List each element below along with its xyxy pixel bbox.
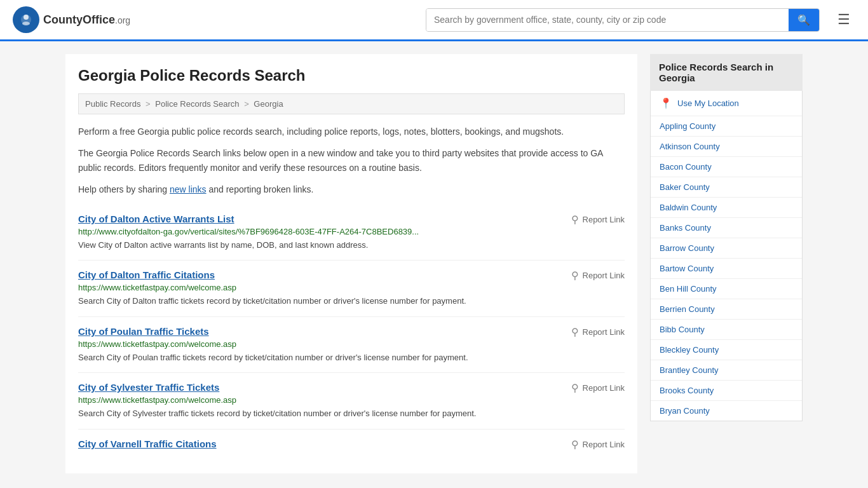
breadcrumb-georgia[interactable]: Georgia <box>254 99 283 109</box>
result-title-4[interactable]: City of Varnell Traffic Citations <box>78 438 217 449</box>
intro-text-1: Perform a free Georgia public police rec… <box>78 125 625 139</box>
report-label-3: Report Link <box>583 383 625 393</box>
sidebar: Police Records Search in Georgia 📍 Use M… <box>650 54 803 473</box>
county-list-item: Berrien County <box>651 299 802 320</box>
report-link-4[interactable]: ⚲ Report Link <box>571 438 625 451</box>
county-list-item: Brantley County <box>651 360 802 381</box>
county-list-item: Bartow County <box>651 259 802 279</box>
county-link-5[interactable]: Banks County <box>651 218 802 238</box>
search-button[interactable]: 🔍 <box>789 9 819 31</box>
result-desc-2: Search City of Poulan traffic tickets re… <box>78 351 625 364</box>
county-link-8[interactable]: Ben Hill County <box>651 279 802 299</box>
report-link-1[interactable]: ⚲ Report Link <box>571 269 625 281</box>
content-area: Georgia Police Records Search Public Rec… <box>65 54 637 473</box>
breadcrumb-separator-1: > <box>146 99 153 109</box>
main-container: Georgia Police Records Search Public Rec… <box>53 41 815 486</box>
sidebar-header: Police Records Search in Georgia <box>650 54 803 91</box>
use-my-location[interactable]: 📍 Use My Location <box>651 91 802 116</box>
result-url-2: https://www.ticketfastpay.com/welcome.as… <box>78 339 625 349</box>
svg-point-3 <box>22 22 30 25</box>
svg-point-2 <box>24 15 29 20</box>
result-title-2[interactable]: City of Poulan Traffic Tickets <box>78 326 209 337</box>
report-icon-0: ⚲ <box>571 214 579 226</box>
intro-3-pre: Help others by sharing <box>78 184 170 194</box>
county-list-item: Bryan County <box>651 401 802 421</box>
result-title-0[interactable]: City of Dalton Active Warrants List <box>78 214 234 224</box>
county-link-4[interactable]: Baldwin County <box>651 198 802 217</box>
county-link-7[interactable]: Bartow County <box>651 259 802 278</box>
county-link-14[interactable]: Bryan County <box>651 401 802 421</box>
report-icon-3: ⚲ <box>571 382 579 394</box>
report-link-2[interactable]: ⚲ Report Link <box>571 326 625 338</box>
search-input[interactable] <box>426 9 789 31</box>
county-list-item: Appling County <box>651 116 802 137</box>
result-item: City of Dalton Active Warrants List ⚲ Re… <box>78 205 625 261</box>
location-label: Use My Location <box>677 98 739 108</box>
county-link-6[interactable]: Barrow County <box>651 238 802 258</box>
county-list-item: Banks County <box>651 218 802 238</box>
breadcrumb-public-records[interactable]: Public Records <box>85 99 140 109</box>
result-header: City of Varnell Traffic Citations ⚲ Repo… <box>78 438 625 452</box>
county-link-13[interactable]: Brooks County <box>651 381 802 400</box>
county-link-10[interactable]: Bibb County <box>651 320 802 339</box>
county-link-1[interactable]: Atkinson County <box>651 137 802 156</box>
result-title-3[interactable]: City of Sylvester Traffic Tickets <box>78 382 219 393</box>
intro-3-post: and reporting broken links. <box>207 184 314 194</box>
result-desc-3: Search City of Sylvester traffic tickets… <box>78 407 625 420</box>
location-icon: 📍 <box>660 97 672 109</box>
result-header: City of Sylvester Traffic Tickets ⚲ Repo… <box>78 382 625 395</box>
result-item: City of Poulan Traffic Tickets ⚲ Report … <box>78 317 625 374</box>
site-header: CountyOffice.org 🔍 ☰ <box>0 0 868 41</box>
county-link-11[interactable]: Bleckley County <box>651 340 802 360</box>
result-item: City of Dalton Traffic Citations ⚲ Repor… <box>78 261 625 317</box>
county-list-item: Ben Hill County <box>651 279 802 299</box>
county-list-item: Barrow County <box>651 238 802 259</box>
county-link-9[interactable]: Berrien County <box>651 299 802 319</box>
intro-text-2: The Georgia Police Records Search links … <box>78 146 625 175</box>
county-list-item: Baker County <box>651 177 802 198</box>
result-header: City of Dalton Traffic Citations ⚲ Repor… <box>78 269 625 283</box>
result-url-0: http://www.cityofdalton-ga.gov/vertical/… <box>78 227 625 236</box>
result-item: City of Sylvester Traffic Tickets ⚲ Repo… <box>78 373 625 430</box>
report-icon-2: ⚲ <box>571 326 579 338</box>
report-label-4: Report Link <box>583 440 625 449</box>
result-header: City of Dalton Active Warrants List ⚲ Re… <box>78 214 625 227</box>
report-link-3[interactable]: ⚲ Report Link <box>571 382 625 394</box>
page-title: Georgia Police Records Search <box>78 67 625 85</box>
county-list-item: Bleckley County <box>651 340 802 360</box>
result-item: City of Varnell Traffic Citations ⚲ Repo… <box>78 430 625 461</box>
intro-text-3: Help others by sharing new links and rep… <box>78 182 625 196</box>
search-bar: 🔍 <box>426 8 820 32</box>
breadcrumb: Public Records > Police Records Search >… <box>78 93 625 114</box>
result-header: City of Poulan Traffic Tickets ⚲ Report … <box>78 326 625 339</box>
sidebar-content: 📍 Use My Location Appling CountyAtkinson… <box>650 91 803 421</box>
result-desc-1: Search City of Dalton traffic tickets re… <box>78 295 625 308</box>
result-url-3: https://www.ticketfastpay.com/welcome.as… <box>78 395 625 405</box>
new-links-link[interactable]: new links <box>170 184 207 194</box>
result-title-1[interactable]: City of Dalton Traffic Citations <box>78 269 215 280</box>
report-label-2: Report Link <box>583 327 625 337</box>
logo-text: CountyOffice <box>43 13 115 26</box>
result-url-1: https://www.ticketfastpay.com/welcome.as… <box>78 283 625 292</box>
county-list: Appling CountyAtkinson CountyBacon Count… <box>651 116 802 421</box>
county-link-0[interactable]: Appling County <box>651 116 802 136</box>
results-list: City of Dalton Active Warrants List ⚲ Re… <box>78 205 625 461</box>
report-link-0[interactable]: ⚲ Report Link <box>571 214 625 226</box>
breadcrumb-separator-2: > <box>244 99 251 109</box>
county-list-item: Atkinson County <box>651 137 802 157</box>
breadcrumb-police-records[interactable]: Police Records Search <box>155 99 239 109</box>
menu-button[interactable]: ☰ <box>832 9 855 30</box>
report-label-1: Report Link <box>583 271 625 280</box>
report-label-0: Report Link <box>583 215 625 224</box>
logo-icon <box>13 6 39 33</box>
county-link-12[interactable]: Brantley County <box>651 360 802 380</box>
county-link-3[interactable]: Baker County <box>651 177 802 197</box>
county-list-item: Brooks County <box>651 381 802 401</box>
county-list-item: Baldwin County <box>651 198 802 218</box>
search-icon: 🔍 <box>797 15 810 25</box>
site-logo[interactable]: CountyOffice.org <box>13 6 130 33</box>
report-icon-1: ⚲ <box>571 269 579 281</box>
result-desc-0: View City of Dalton active warrants list… <box>78 239 625 252</box>
county-link-2[interactable]: Bacon County <box>651 157 802 177</box>
county-list-item: Bacon County <box>651 157 802 177</box>
